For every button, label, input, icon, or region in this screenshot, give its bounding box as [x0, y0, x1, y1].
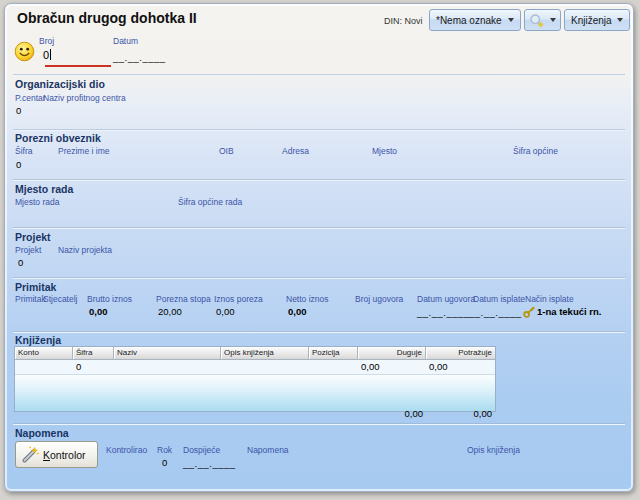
- duguje-total: 0,00: [357, 408, 423, 419]
- porezna-stopa-label: Porezna stopa: [156, 294, 211, 304]
- broj-input[interactable]: 0: [43, 49, 51, 61]
- kontrolor-accesskey: K: [43, 449, 50, 461]
- datum-ugovora-label: Datum ugovora: [417, 294, 475, 304]
- section-title-knjizenja: Knjiženja: [15, 334, 61, 346]
- mjesto-rada-label: Mjesto rada: [15, 197, 59, 207]
- kontrolirao-label: Kontrolirao: [106, 445, 147, 455]
- iznos-poreza-input[interactable]: 0,00: [216, 306, 235, 317]
- section-title-porezni-obveznik: Porezni obveznik: [15, 132, 101, 144]
- chevron-down-icon: [550, 18, 556, 22]
- column-header-potrazuje[interactable]: Potražuje: [426, 347, 495, 360]
- datum-ugovora-input[interactable]: __.__.____: [417, 307, 470, 318]
- section-divider: [13, 180, 625, 181]
- kontrolor-label-rest: ontrolor: [50, 449, 86, 461]
- adresa-label: Adresa: [282, 146, 309, 156]
- column-header-konto[interactable]: Konto: [15, 347, 73, 360]
- form-window: Obračun drugog dohotka II DIN: Novi *Nem…: [4, 3, 634, 492]
- din-label: DIN:: [384, 16, 402, 26]
- cell-naziv: [114, 360, 221, 374]
- knjizenja-table-header: Konto Šifra Naziv Opis knjiženja Pozicij…: [15, 347, 495, 360]
- section-title-mjesto-rada: Mjesto rada: [15, 183, 73, 195]
- din-status: DIN: Novi: [384, 16, 423, 26]
- netto-iznos-label: Netto iznos: [286, 294, 329, 304]
- cell-sifra: 0: [73, 360, 114, 374]
- cell-duguje: 0,00: [358, 360, 426, 374]
- dospijece-input[interactable]: __.__.____: [183, 458, 236, 469]
- cell-pozicija: [309, 360, 358, 374]
- primitak-label: Primitak: [15, 294, 46, 304]
- opis-knjizenja-label: Opis knjiženja: [467, 445, 520, 455]
- section-divider: [13, 424, 625, 425]
- knjizenja-menu-button[interactable]: Knjiženja: [564, 9, 630, 31]
- iznos-poreza-label: Iznos poreza: [214, 294, 263, 304]
- cell-konto: [15, 360, 73, 374]
- section-divider: [13, 228, 625, 229]
- dospijece-label: Dospijeće: [183, 445, 220, 455]
- naziv-projekta-label: Naziv projekta: [58, 245, 112, 255]
- knjizenja-table: Konto Šifra Naziv Opis knjiženja Pozicij…: [14, 346, 496, 412]
- projekt-label: Projekt: [15, 245, 41, 255]
- table-empty-area: [15, 375, 495, 411]
- brutto-iznos-label: Brutto iznos: [87, 294, 132, 304]
- nacin-isplate-label: Način isplate: [525, 294, 574, 304]
- netto-iznos-input[interactable]: 0,00: [288, 306, 307, 317]
- porezna-stopa-input[interactable]: 20,00: [158, 306, 182, 317]
- datum-isplate-input[interactable]: __.__.____: [469, 307, 522, 318]
- section-title-organizacijski-dio: Organizacijski dio: [15, 78, 105, 90]
- oznaka-combobox[interactable]: *Nema oznake: [429, 9, 521, 31]
- mjesto-label: Mjesto: [372, 146, 397, 156]
- broj-label: Broj: [39, 36, 54, 46]
- nacin-isplate-value[interactable]: 1-na tekući rn.: [537, 306, 601, 317]
- sifra-label: Šifra: [15, 146, 32, 156]
- oznaka-combobox-value: *Nema oznake: [436, 15, 502, 26]
- rok-input[interactable]: 0: [162, 457, 167, 468]
- brutto-iznos-input[interactable]: 0,00: [89, 306, 108, 317]
- chevron-down-icon: [508, 18, 514, 22]
- section-title-projekt: Projekt: [15, 231, 51, 243]
- datum-input[interactable]: __.__.____: [113, 52, 166, 63]
- pcentar-input[interactable]: 0: [16, 105, 21, 116]
- column-header-naziv[interactable]: Naziv: [114, 347, 221, 360]
- column-header-opis-knjizenja[interactable]: Opis knjiženja: [221, 347, 309, 360]
- chevron-down-icon: [617, 18, 623, 22]
- kontrolor-button-label: Kontrolor: [43, 449, 86, 461]
- cell-potrazuje: 0,00: [426, 360, 495, 374]
- magnifier-icon: [529, 13, 544, 28]
- wand-icon: [21, 445, 40, 464]
- pcentar-label: P.centar: [15, 93, 46, 103]
- oib-label: OIB: [219, 146, 234, 156]
- projekt-input[interactable]: 0: [18, 257, 23, 268]
- section-divider: [13, 332, 625, 333]
- datum-label: Datum: [113, 36, 138, 46]
- table-row[interactable]: 0 0,00 0,00: [15, 360, 495, 375]
- napomena-label: Napomena: [247, 445, 289, 455]
- broj-value: 0: [43, 49, 49, 61]
- column-header-sifra[interactable]: Šifra: [73, 347, 114, 360]
- text-caret: [50, 49, 51, 60]
- section-divider: [13, 75, 625, 76]
- sifra-opcine-rada-label: Šifra općine rada: [178, 197, 242, 207]
- section-divider: [13, 278, 625, 279]
- potrazuje-total: 0,00: [426, 408, 492, 419]
- din-value: Novi: [405, 16, 423, 26]
- kontrolor-button[interactable]: Kontrolor: [15, 441, 98, 468]
- required-field-underline: [45, 65, 111, 67]
- column-header-duguje[interactable]: Duguje: [358, 347, 426, 360]
- smiley-status-icon: [14, 41, 35, 62]
- page-title: Obračun drugog dohotka II: [17, 10, 197, 26]
- rok-label: Rok: [157, 445, 172, 455]
- key-lookup-icon[interactable]: [523, 305, 536, 318]
- section-divider: [13, 130, 625, 131]
- obveznik-sifra-input[interactable]: 0: [16, 159, 21, 170]
- knjizenja-menu-label: Knjiženja: [571, 15, 612, 26]
- datum-isplate-label: Datum isplate: [473, 294, 525, 304]
- prezime-i-ime-label: Prezime i ime: [58, 146, 109, 156]
- section-title-primitak: Primitak: [15, 281, 56, 293]
- broj-ugovora-label: Broj ugovora: [355, 294, 403, 304]
- section-title-napomena: Napomena: [15, 427, 69, 439]
- sifra-opcine-label: Šifra općine: [513, 146, 558, 156]
- cell-opis: [221, 360, 309, 374]
- column-header-pozicija[interactable]: Pozicija: [309, 347, 358, 360]
- stjecatelj-label: Stjecatelj: [43, 294, 78, 304]
- search-split-button[interactable]: [524, 9, 561, 31]
